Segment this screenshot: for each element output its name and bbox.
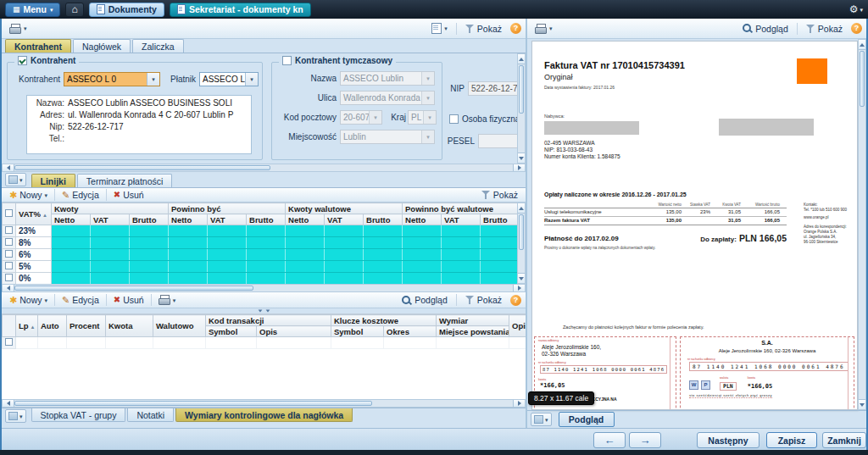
tab-zaliczka[interactable]: Zaliczka [132,39,184,53]
grid-cell[interactable] [247,249,286,261]
scroll-down-button[interactable] [518,153,525,163]
col-opis-header[interactable]: Opis [509,315,526,337]
preview-vertical-scrollbar[interactable] [858,39,866,410]
col-netto-header[interactable]: Netto [286,214,325,225]
grid-cell[interactable] [208,261,247,273]
scrollbar-thumb[interactable] [519,214,524,250]
col-okres-header[interactable]: Okres [384,326,437,337]
stopka-row[interactable] [3,337,526,349]
grid-cell[interactable] [286,237,325,249]
vat-grid-horizontal-scrollbar[interactable] [2,284,526,292]
vat-grid-vertical-scrollbar[interactable] [517,203,526,284]
col-vat-sub-header[interactable]: VAT [208,214,247,225]
grid-cell[interactable] [403,237,442,249]
group-kwoty-header[interactable]: Kwoty [52,203,169,214]
scroll-right-button[interactable] [513,285,525,291]
grid-cell[interactable] [169,237,208,249]
scroll-down-button[interactable] [859,399,865,409]
panel-divider[interactable] [526,19,527,428]
field-chooser-button[interactable]: ▾ [428,22,451,35]
usun-button[interactable]: ✖ Usuń [110,294,147,306]
stopka-horizontal-scrollbar[interactable] [2,399,526,408]
help-button[interactable]: ? [510,23,521,34]
grid-cell[interactable] [130,237,169,249]
chevron-down-icon[interactable]: ▾ [245,73,258,86]
grid-cell[interactable] [91,237,130,249]
zamknij-button[interactable]: Zamknij [822,432,866,448]
grid-cell[interactable] [364,261,403,273]
grid-cell[interactable] [364,249,403,261]
grid-cell[interactable] [286,249,325,261]
grid-cell[interactable] [52,273,91,285]
grid-cell[interactable] [208,273,247,285]
col-brutto-header[interactable]: Brutto [364,214,403,225]
grid-cell[interactable] [442,225,481,237]
grid-cell[interactable] [325,249,364,261]
vat-row[interactable]: 6% [3,249,520,261]
print-button[interactable]: ▾ [155,294,180,306]
nazwa-input[interactable]: ASSECO Lublin▾ [340,71,435,86]
header-checkbox[interactable] [5,209,13,217]
grid-cell[interactable] [247,237,286,249]
scroll-right-button[interactable] [513,400,525,407]
grid-cell[interactable] [481,225,520,237]
previous-record-button[interactable]: ← [593,432,626,448]
grid-cell[interactable] [169,225,208,237]
ulica-input[interactable]: Wallenroda Konrada▾ [340,91,435,105]
grid-cell[interactable] [325,237,364,249]
scroll-up-button[interactable] [518,203,525,214]
tab-naglowek[interactable]: Nagłówek [73,39,131,53]
pokaz-filter-button[interactable]: Pokaż [462,294,505,306]
scroll-left-button[interactable] [3,164,14,171]
grid-cell[interactable] [52,249,91,261]
grid-cell[interactable] [286,261,325,273]
vat-row[interactable]: 0% [3,273,520,285]
col-netto-header[interactable]: Netto [52,214,91,225]
grid-options-button[interactable]: ▾ [5,409,26,423]
tab-linijki[interactable]: Linijki [31,174,75,187]
grid-cell[interactable] [247,273,286,285]
group-klucze-kosztowe-header[interactable]: Klucze kosztowe [331,315,437,326]
group-kwoty-walutowe-header[interactable]: Kwoty walutowe [286,203,403,214]
usun-button[interactable]: ✖ Usuń [110,189,147,201]
help-button[interactable]: ? [851,23,862,34]
grid-cell[interactable] [91,225,130,237]
group-powinno-header[interactable]: Powinno być [169,203,286,214]
grid-cell[interactable] [52,225,91,237]
grid-cell[interactable] [91,249,130,261]
scroll-up-button[interactable] [859,40,865,50]
podglad-button[interactable]: Podgląd [398,294,451,307]
active-document-tab[interactable]: Sekretariat - dokumenty kn [170,3,311,17]
grid-options-button[interactable]: ▾ [5,173,26,186]
scrollbar-thumb[interactable] [14,286,253,291]
col-vat-header[interactable]: VAT%▲ [16,203,52,225]
grid-cell[interactable] [364,273,403,285]
nowy-button[interactable]: ✱ Nowy ▾ [6,294,51,306]
col-netto-header[interactable]: Netto [169,214,208,225]
zapisz-button[interactable]: Zapisz [766,432,817,448]
grid-cell[interactable] [481,249,520,261]
grid-cell[interactable] [130,273,169,285]
row-checkbox[interactable] [5,274,13,281]
col-symbol-header[interactable]: Symbol [331,326,384,337]
podglad-toggle-button[interactable]: Podgląd [559,412,615,427]
grid-cell[interactable] [169,273,208,285]
form-horizontal-scrollbar[interactable] [2,164,526,172]
grid-cell[interactable] [481,237,520,249]
kraj-input[interactable]: PL▾ [408,110,437,125]
row-checkbox[interactable] [5,238,13,246]
grid-cell[interactable] [325,261,364,273]
vat-row[interactable]: 23% [3,225,520,237]
next-record-button[interactable]: → [629,432,661,448]
kod-input[interactable]: 20-607▾ [340,110,382,125]
kontrahent-checkbox[interactable] [18,56,27,65]
col-miejsce-header[interactable]: Miejsce powstania kosztu/przychodu [437,326,509,337]
print-button[interactable]: ▾ [531,23,556,35]
pokaz-filter-button[interactable]: Pokaż [478,189,521,201]
nowy-button[interactable]: ✱ Nowy ▾ [6,189,51,201]
edycja-button[interactable]: ✎ Edycja [58,189,103,201]
grid-cell[interactable] [91,261,130,273]
col-walutowo-header[interactable]: Walutowo [153,315,206,337]
scrollbar-thumb[interactable] [14,401,372,406]
form-vertical-scrollbar[interactable] [517,53,526,164]
